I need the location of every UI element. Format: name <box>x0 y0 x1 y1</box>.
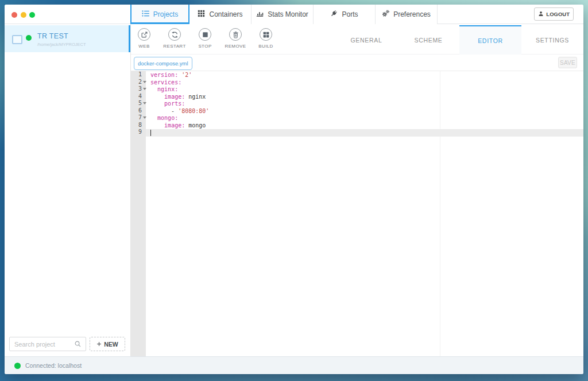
line-number: 4 <box>131 93 146 100</box>
code-line <box>150 129 209 137</box>
project-name: TR TEST <box>37 32 68 40</box>
action-restart-button[interactable]: RESTART <box>159 28 190 49</box>
code-line: nginx: <box>150 86 209 94</box>
nav-tab-ports[interactable]: Ports <box>314 5 376 24</box>
logout-label: LOGOUT <box>546 11 570 17</box>
window-titlebar: ProjectsContainersStats MonitorPortsPref… <box>5 5 583 24</box>
project-status-dot <box>26 35 32 41</box>
refresh-icon <box>171 31 179 38</box>
code-line: - '8080:80' <box>150 108 209 115</box>
line-number: 7 <box>131 114 146 122</box>
code-line: services: <box>150 79 209 87</box>
user-icon <box>538 11 544 18</box>
code-line: ports: <box>150 100 209 108</box>
nav-tab-label: Containers <box>209 10 242 18</box>
status-bar: Connected: localhost <box>5 356 583 374</box>
window-minimize-button[interactable] <box>21 12 26 18</box>
save-label: SAVE <box>560 60 575 66</box>
nav-tab-label: Stats Monitor <box>268 10 308 18</box>
nav-tab-stats-monitor[interactable]: Stats Monitor <box>252 5 314 24</box>
code-editor[interactable]: 123456789 version: '2'services: nginx: i… <box>131 71 583 356</box>
line-number: 9 <box>131 129 146 136</box>
project-search <box>9 337 86 351</box>
code-line: image: nginx <box>150 94 209 101</box>
project-subtabs: GENERALSCHEMEEDITORSETTINGS <box>335 25 583 55</box>
editor-gutter: 123456789 <box>131 71 146 356</box>
nav-tab-label: Projects <box>153 10 178 18</box>
logout-button[interactable]: LOGOUT <box>534 7 574 21</box>
line-number: 3 <box>131 85 146 93</box>
action-label: WEB <box>138 44 149 49</box>
line-number: 6 <box>131 107 146 115</box>
plug-icon <box>330 10 338 19</box>
editor-code: version: '2'services: nginx: image: ngin… <box>150 72 209 137</box>
save-button[interactable]: SAVE <box>558 57 577 68</box>
file-tab-bar: docker-compose.yml SAVE <box>131 55 583 71</box>
project-toolbar: WEBRESTARTSTOPREMOVEBUILD GENERALSCHEMEE… <box>131 24 583 55</box>
project-sidebar: TR TEST /home/jack/MYPROJECT NEW <box>5 24 130 356</box>
nav-tab-label: Preferences <box>393 10 431 18</box>
main-panel: WEBRESTARTSTOPREMOVEBUILD GENERALSCHEMEE… <box>130 24 583 356</box>
subtab-settings[interactable]: SETTINGS <box>521 25 583 55</box>
action-label: RESTART <box>163 44 185 49</box>
code-line: version: '2' <box>150 72 209 79</box>
plus-icon <box>96 341 102 348</box>
grid-icon <box>198 10 205 19</box>
nav-tab-projects[interactable]: Projects <box>130 5 189 24</box>
editor-vertical-rule <box>440 71 440 356</box>
subtab-general[interactable]: GENERAL <box>335 25 397 55</box>
subtab-editor[interactable]: EDITOR <box>459 25 521 55</box>
fold-arrow-icon[interactable] <box>143 116 146 119</box>
new-project-button[interactable]: NEW <box>90 337 125 351</box>
fold-arrow-icon[interactable] <box>143 81 146 83</box>
line-number: 8 <box>131 122 146 129</box>
action-label: REMOVE <box>225 44 246 49</box>
connection-status-text: Connected: localhost <box>25 362 82 369</box>
project-checkbox[interactable] <box>12 35 22 44</box>
chart-icon <box>256 10 264 19</box>
text-cursor <box>150 130 151 136</box>
app-window: ProjectsContainersStats MonitorPortsPref… <box>5 5 583 374</box>
action-label: STOP <box>198 44 211 49</box>
new-project-label: NEW <box>104 341 118 348</box>
cogs-icon <box>382 10 389 19</box>
project-path: /home/jack/MYPROJECT <box>37 42 86 47</box>
fold-arrow-icon[interactable] <box>143 88 146 90</box>
list-icon <box>142 10 149 19</box>
th-large-icon <box>262 31 270 38</box>
project-list-item[interactable]: TR TEST /home/jack/MYPROJECT <box>5 25 130 52</box>
action-stop-button[interactable]: STOP <box>189 28 220 49</box>
action-build-button[interactable]: BUILD <box>250 28 281 49</box>
code-line: image: mongo <box>150 122 209 130</box>
window-close-button[interactable] <box>11 12 17 18</box>
fold-arrow-icon[interactable] <box>143 102 146 104</box>
window-maximize-button[interactable] <box>29 12 35 18</box>
main-nav: ProjectsContainersStats MonitorPortsPref… <box>130 5 438 24</box>
connection-status-dot <box>14 363 21 369</box>
action-remove-button[interactable]: REMOVE <box>220 28 251 49</box>
external-link-icon <box>141 31 148 38</box>
line-number: 2 <box>131 79 146 86</box>
trash-icon <box>232 31 239 38</box>
line-number: 1 <box>131 71 146 79</box>
action-web-button[interactable]: WEB <box>129 28 160 49</box>
nav-tab-label: Ports <box>342 10 358 18</box>
file-tab[interactable]: docker-compose.yml <box>134 57 192 70</box>
editor-active-line <box>146 129 583 137</box>
search-input[interactable] <box>14 337 72 351</box>
file-tab-label: docker-compose.yml <box>138 60 188 67</box>
nav-tab-preferences[interactable]: Preferences <box>376 5 438 24</box>
stop-icon <box>202 31 209 38</box>
subtab-scheme[interactable]: SCHEME <box>397 25 459 55</box>
action-label: BUILD <box>258 44 273 49</box>
code-line: mongo: <box>150 115 209 122</box>
line-number: 5 <box>131 100 146 107</box>
nav-tab-containers[interactable]: Containers <box>189 5 252 24</box>
